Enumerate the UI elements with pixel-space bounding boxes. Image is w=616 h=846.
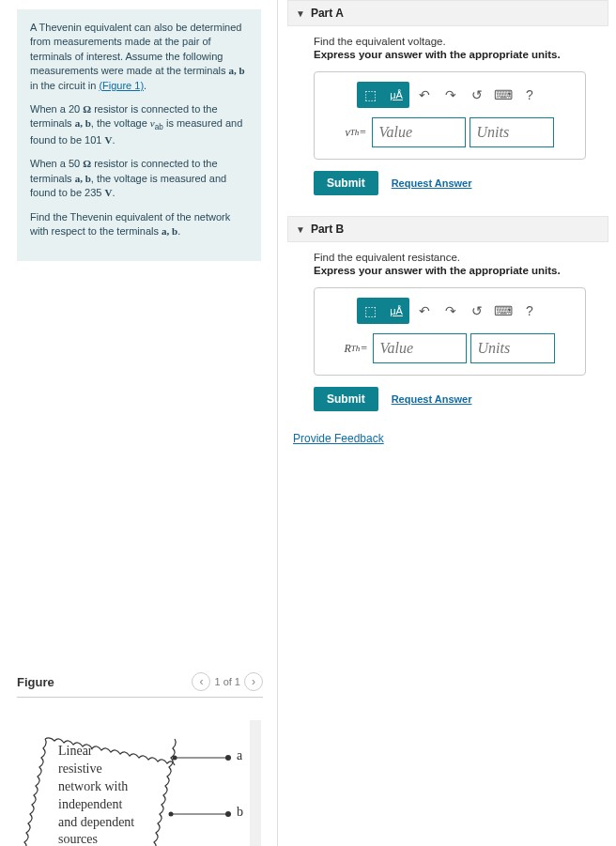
figure-title: Figure: [17, 675, 54, 689]
undo-button[interactable]: ↶: [411, 298, 438, 324]
text: .: [144, 80, 146, 91]
terminal-a-label: a: [237, 748, 242, 763]
figure-page-label: 1 of 1: [214, 676, 240, 687]
var-sub: ab: [155, 124, 163, 132]
text: .: [177, 225, 180, 237]
help-button[interactable]: ?: [516, 82, 543, 108]
part-a-toolbar: ⬚ μÅ ↶ ↷ ↺ ⌨ ?: [324, 82, 576, 108]
node-a-dot: [173, 756, 177, 761]
caret-down-icon: ▼: [296, 224, 305, 235]
terminals-ref: a, b: [162, 225, 177, 237]
problem-para-4: Find the Thevenin equivalent of the netw…: [30, 210, 248, 239]
part-b-units-input[interactable]: [470, 333, 555, 363]
part-b-title: Part B: [311, 223, 344, 236]
redo-button[interactable]: ↷: [438, 298, 464, 324]
column-divider: [277, 0, 278, 846]
equals: =: [359, 126, 366, 140]
figure-pager: ‹ 1 of 1 ›: [192, 672, 263, 691]
problem-para-3: When a 50 Ω resistor is connected to the…: [30, 157, 248, 200]
part-b-body: Find the equivalent resistance. Express …: [314, 252, 608, 411]
templates-button[interactable]: ⬚: [357, 82, 383, 108]
keyboard-button[interactable]: ⌨: [490, 82, 516, 108]
part-a-find: Find the equivalent voltage.: [314, 36, 608, 47]
provide-feedback-link[interactable]: Provide Feedback: [293, 432, 384, 445]
text: A Thevenin equivalent can also be determ…: [30, 22, 241, 76]
figure-canvas: ▴ Linear resistive network with independ…: [17, 720, 261, 846]
figure-link[interactable]: (Figure 1): [99, 80, 144, 91]
text: .: [112, 134, 115, 146]
part-a-answer-box: ⬚ μÅ ↶ ↷ ↺ ⌨ ? vTh =: [314, 71, 586, 160]
text: network with: [58, 779, 128, 793]
units-picker-button[interactable]: μÅ: [383, 82, 409, 108]
figure-scrollbar[interactable]: ▴: [250, 720, 261, 846]
figure-prev-button[interactable]: ‹: [192, 672, 210, 691]
part-b-answer-box: ⬚ μÅ ↶ ↷ ↺ ⌨ ? RTh =: [314, 287, 586, 376]
part-b-request-answer-link[interactable]: Request Answer: [392, 393, 472, 405]
part-b-express: Express your answer with the appropriate…: [314, 265, 608, 276]
text: Find the Thevenin equivalent of the netw…: [30, 211, 230, 237]
cloud-left: [23, 739, 46, 846]
text: Linear: [58, 744, 93, 758]
var-symbol: R: [345, 342, 351, 356]
part-a-value-input[interactable]: [372, 117, 466, 147]
keyboard-button[interactable]: ⌨: [490, 298, 516, 324]
terminals-ref: a, b: [75, 173, 91, 184]
part-a-submit-button[interactable]: Submit: [314, 171, 378, 195]
part-b-value-input[interactable]: [373, 333, 467, 363]
terminals-ref: a, b: [229, 65, 245, 76]
text: , the voltage: [91, 117, 150, 129]
part-a-request-answer-link[interactable]: Request Answer: [392, 177, 472, 189]
text: .: [112, 187, 115, 198]
text: independent: [58, 797, 122, 811]
redo-button[interactable]: ↷: [438, 82, 464, 108]
text: When a 20: [30, 103, 83, 115]
problem-statement: A Thevenin equivalent can also be determ…: [17, 9, 261, 261]
part-b-variable-label: RTh =: [345, 333, 370, 363]
part-a-title: Part A: [311, 7, 344, 20]
text: resistive: [58, 761, 102, 776]
part-b-toolbar: ⬚ μÅ ↶ ↷ ↺ ⌨ ?: [324, 298, 576, 324]
text: When a 50: [30, 158, 83, 169]
ohm-symbol: Ω: [83, 103, 91, 115]
problem-para-2: When a 20 Ω resistor is connected to the…: [30, 102, 248, 148]
part-a-header[interactable]: ▼ Part A: [287, 0, 608, 26]
reset-button[interactable]: ↺: [464, 298, 490, 324]
part-a-variable-label: vTh =: [346, 117, 369, 147]
part-a-units-input[interactable]: [470, 117, 554, 147]
equals: =: [360, 342, 367, 356]
reset-button[interactable]: ↺: [464, 82, 490, 108]
problem-para-1: A Thevenin equivalent can also be determ…: [30, 21, 248, 93]
network-box-text: Linear resistive network with independen…: [58, 743, 171, 846]
var-sub: Th: [351, 344, 361, 353]
ohm-symbol: Ω: [83, 158, 91, 169]
help-button[interactable]: ?: [516, 298, 543, 324]
terminal-a-dot: [225, 755, 231, 761]
terminal-b-dot: [225, 811, 231, 817]
text: in the circuit in: [30, 80, 99, 91]
part-a-express: Express your answer with the appropriate…: [314, 49, 608, 60]
text: and dependent: [58, 815, 134, 829]
units-picker-button[interactable]: μÅ: [383, 298, 409, 324]
caret-down-icon: ▼: [296, 8, 305, 19]
terminals-ref: a, b: [75, 117, 91, 129]
figure-panel: Figure ‹ 1 of 1 › ▴: [17, 672, 263, 846]
figure-next-button[interactable]: ›: [244, 672, 263, 691]
var-sub: Th: [350, 128, 360, 137]
terminal-b-label: b: [237, 805, 243, 820]
part-b-find: Find the equivalent resistance.: [314, 252, 608, 263]
undo-button[interactable]: ↶: [411, 82, 438, 108]
text: sources: [58, 832, 98, 846]
templates-button[interactable]: ⬚: [357, 298, 383, 324]
part-b-header[interactable]: ▼ Part B: [287, 216, 608, 242]
part-a-body: Find the equivalent voltage. Express you…: [314, 36, 608, 195]
part-b-submit-button[interactable]: Submit: [314, 387, 378, 411]
